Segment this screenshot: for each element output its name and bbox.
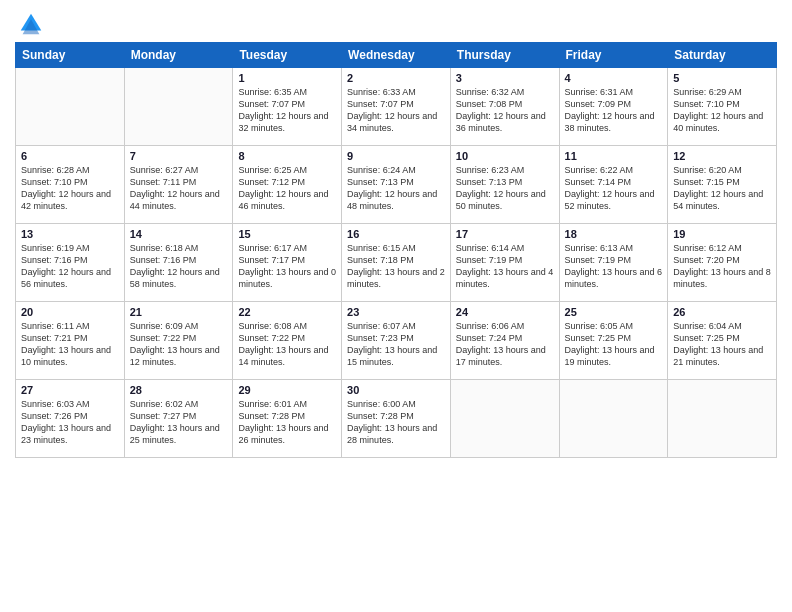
day-of-week-header: Wednesday bbox=[342, 43, 451, 68]
calendar-cell: 14Sunrise: 6:18 AM Sunset: 7:16 PM Dayli… bbox=[124, 224, 233, 302]
calendar-week-row: 13Sunrise: 6:19 AM Sunset: 7:16 PM Dayli… bbox=[16, 224, 777, 302]
day-number: 13 bbox=[21, 228, 119, 240]
day-info: Sunrise: 6:20 AM Sunset: 7:15 PM Dayligh… bbox=[673, 164, 771, 213]
calendar-cell: 27Sunrise: 6:03 AM Sunset: 7:26 PM Dayli… bbox=[16, 380, 125, 458]
day-number: 2 bbox=[347, 72, 445, 84]
day-info: Sunrise: 6:27 AM Sunset: 7:11 PM Dayligh… bbox=[130, 164, 228, 213]
calendar-cell bbox=[668, 380, 777, 458]
day-info: Sunrise: 6:11 AM Sunset: 7:21 PM Dayligh… bbox=[21, 320, 119, 369]
calendar-cell: 20Sunrise: 6:11 AM Sunset: 7:21 PM Dayli… bbox=[16, 302, 125, 380]
day-number: 27 bbox=[21, 384, 119, 396]
calendar-header-row: SundayMondayTuesdayWednesdayThursdayFrid… bbox=[16, 43, 777, 68]
calendar-cell: 5Sunrise: 6:29 AM Sunset: 7:10 PM Daylig… bbox=[668, 68, 777, 146]
day-info: Sunrise: 6:35 AM Sunset: 7:07 PM Dayligh… bbox=[238, 86, 336, 135]
calendar-cell: 8Sunrise: 6:25 AM Sunset: 7:12 PM Daylig… bbox=[233, 146, 342, 224]
day-info: Sunrise: 6:04 AM Sunset: 7:25 PM Dayligh… bbox=[673, 320, 771, 369]
day-info: Sunrise: 6:32 AM Sunset: 7:08 PM Dayligh… bbox=[456, 86, 554, 135]
calendar-week-row: 20Sunrise: 6:11 AM Sunset: 7:21 PM Dayli… bbox=[16, 302, 777, 380]
day-info: Sunrise: 6:06 AM Sunset: 7:24 PM Dayligh… bbox=[456, 320, 554, 369]
day-number: 15 bbox=[238, 228, 336, 240]
day-info: Sunrise: 6:03 AM Sunset: 7:26 PM Dayligh… bbox=[21, 398, 119, 447]
day-number: 7 bbox=[130, 150, 228, 162]
day-info: Sunrise: 6:15 AM Sunset: 7:18 PM Dayligh… bbox=[347, 242, 445, 291]
calendar-cell: 23Sunrise: 6:07 AM Sunset: 7:23 PM Dayli… bbox=[342, 302, 451, 380]
day-info: Sunrise: 6:12 AM Sunset: 7:20 PM Dayligh… bbox=[673, 242, 771, 291]
day-info: Sunrise: 6:31 AM Sunset: 7:09 PM Dayligh… bbox=[565, 86, 663, 135]
day-number: 17 bbox=[456, 228, 554, 240]
day-info: Sunrise: 6:22 AM Sunset: 7:14 PM Dayligh… bbox=[565, 164, 663, 213]
calendar-cell: 19Sunrise: 6:12 AM Sunset: 7:20 PM Dayli… bbox=[668, 224, 777, 302]
calendar-cell: 16Sunrise: 6:15 AM Sunset: 7:18 PM Dayli… bbox=[342, 224, 451, 302]
calendar-cell: 24Sunrise: 6:06 AM Sunset: 7:24 PM Dayli… bbox=[450, 302, 559, 380]
calendar-cell: 13Sunrise: 6:19 AM Sunset: 7:16 PM Dayli… bbox=[16, 224, 125, 302]
day-number: 12 bbox=[673, 150, 771, 162]
day-number: 19 bbox=[673, 228, 771, 240]
logo bbox=[15, 10, 45, 34]
day-of-week-header: Monday bbox=[124, 43, 233, 68]
day-info: Sunrise: 6:13 AM Sunset: 7:19 PM Dayligh… bbox=[565, 242, 663, 291]
calendar-cell: 15Sunrise: 6:17 AM Sunset: 7:17 PM Dayli… bbox=[233, 224, 342, 302]
day-number: 10 bbox=[456, 150, 554, 162]
calendar-cell: 28Sunrise: 6:02 AM Sunset: 7:27 PM Dayli… bbox=[124, 380, 233, 458]
day-number: 16 bbox=[347, 228, 445, 240]
calendar-cell: 17Sunrise: 6:14 AM Sunset: 7:19 PM Dayli… bbox=[450, 224, 559, 302]
calendar-cell: 9Sunrise: 6:24 AM Sunset: 7:13 PM Daylig… bbox=[342, 146, 451, 224]
day-number: 22 bbox=[238, 306, 336, 318]
day-number: 26 bbox=[673, 306, 771, 318]
day-of-week-header: Friday bbox=[559, 43, 668, 68]
day-info: Sunrise: 6:17 AM Sunset: 7:17 PM Dayligh… bbox=[238, 242, 336, 291]
day-of-week-header: Sunday bbox=[16, 43, 125, 68]
day-number: 21 bbox=[130, 306, 228, 318]
calendar-cell: 26Sunrise: 6:04 AM Sunset: 7:25 PM Dayli… bbox=[668, 302, 777, 380]
day-number: 9 bbox=[347, 150, 445, 162]
day-number: 3 bbox=[456, 72, 554, 84]
day-info: Sunrise: 6:14 AM Sunset: 7:19 PM Dayligh… bbox=[456, 242, 554, 291]
day-number: 20 bbox=[21, 306, 119, 318]
day-info: Sunrise: 6:01 AM Sunset: 7:28 PM Dayligh… bbox=[238, 398, 336, 447]
calendar-cell: 11Sunrise: 6:22 AM Sunset: 7:14 PM Dayli… bbox=[559, 146, 668, 224]
calendar-week-row: 6Sunrise: 6:28 AM Sunset: 7:10 PM Daylig… bbox=[16, 146, 777, 224]
calendar-cell: 10Sunrise: 6:23 AM Sunset: 7:13 PM Dayli… bbox=[450, 146, 559, 224]
day-number: 1 bbox=[238, 72, 336, 84]
day-of-week-header: Tuesday bbox=[233, 43, 342, 68]
page: SundayMondayTuesdayWednesdayThursdayFrid… bbox=[0, 0, 792, 612]
day-of-week-header: Saturday bbox=[668, 43, 777, 68]
calendar-cell: 18Sunrise: 6:13 AM Sunset: 7:19 PM Dayli… bbox=[559, 224, 668, 302]
calendar-week-row: 1Sunrise: 6:35 AM Sunset: 7:07 PM Daylig… bbox=[16, 68, 777, 146]
calendar-cell: 22Sunrise: 6:08 AM Sunset: 7:22 PM Dayli… bbox=[233, 302, 342, 380]
calendar-cell: 7Sunrise: 6:27 AM Sunset: 7:11 PM Daylig… bbox=[124, 146, 233, 224]
day-number: 30 bbox=[347, 384, 445, 396]
day-info: Sunrise: 6:07 AM Sunset: 7:23 PM Dayligh… bbox=[347, 320, 445, 369]
calendar-cell: 4Sunrise: 6:31 AM Sunset: 7:09 PM Daylig… bbox=[559, 68, 668, 146]
header bbox=[15, 10, 777, 34]
day-number: 8 bbox=[238, 150, 336, 162]
calendar-cell: 30Sunrise: 6:00 AM Sunset: 7:28 PM Dayli… bbox=[342, 380, 451, 458]
calendar-cell: 2Sunrise: 6:33 AM Sunset: 7:07 PM Daylig… bbox=[342, 68, 451, 146]
calendar-cell: 29Sunrise: 6:01 AM Sunset: 7:28 PM Dayli… bbox=[233, 380, 342, 458]
calendar-cell: 6Sunrise: 6:28 AM Sunset: 7:10 PM Daylig… bbox=[16, 146, 125, 224]
day-number: 6 bbox=[21, 150, 119, 162]
day-info: Sunrise: 6:25 AM Sunset: 7:12 PM Dayligh… bbox=[238, 164, 336, 213]
calendar-week-row: 27Sunrise: 6:03 AM Sunset: 7:26 PM Dayli… bbox=[16, 380, 777, 458]
day-number: 5 bbox=[673, 72, 771, 84]
day-number: 11 bbox=[565, 150, 663, 162]
calendar-cell: 1Sunrise: 6:35 AM Sunset: 7:07 PM Daylig… bbox=[233, 68, 342, 146]
calendar-cell bbox=[450, 380, 559, 458]
calendar-cell: 3Sunrise: 6:32 AM Sunset: 7:08 PM Daylig… bbox=[450, 68, 559, 146]
day-info: Sunrise: 6:08 AM Sunset: 7:22 PM Dayligh… bbox=[238, 320, 336, 369]
day-info: Sunrise: 6:18 AM Sunset: 7:16 PM Dayligh… bbox=[130, 242, 228, 291]
logo-icon bbox=[17, 10, 45, 38]
day-info: Sunrise: 6:19 AM Sunset: 7:16 PM Dayligh… bbox=[21, 242, 119, 291]
day-number: 14 bbox=[130, 228, 228, 240]
calendar-cell: 12Sunrise: 6:20 AM Sunset: 7:15 PM Dayli… bbox=[668, 146, 777, 224]
calendar-cell: 21Sunrise: 6:09 AM Sunset: 7:22 PM Dayli… bbox=[124, 302, 233, 380]
day-info: Sunrise: 6:05 AM Sunset: 7:25 PM Dayligh… bbox=[565, 320, 663, 369]
day-number: 25 bbox=[565, 306, 663, 318]
calendar-cell bbox=[124, 68, 233, 146]
calendar: SundayMondayTuesdayWednesdayThursdayFrid… bbox=[15, 42, 777, 458]
day-info: Sunrise: 6:02 AM Sunset: 7:27 PM Dayligh… bbox=[130, 398, 228, 447]
day-info: Sunrise: 6:28 AM Sunset: 7:10 PM Dayligh… bbox=[21, 164, 119, 213]
day-info: Sunrise: 6:00 AM Sunset: 7:28 PM Dayligh… bbox=[347, 398, 445, 447]
day-info: Sunrise: 6:24 AM Sunset: 7:13 PM Dayligh… bbox=[347, 164, 445, 213]
day-number: 28 bbox=[130, 384, 228, 396]
